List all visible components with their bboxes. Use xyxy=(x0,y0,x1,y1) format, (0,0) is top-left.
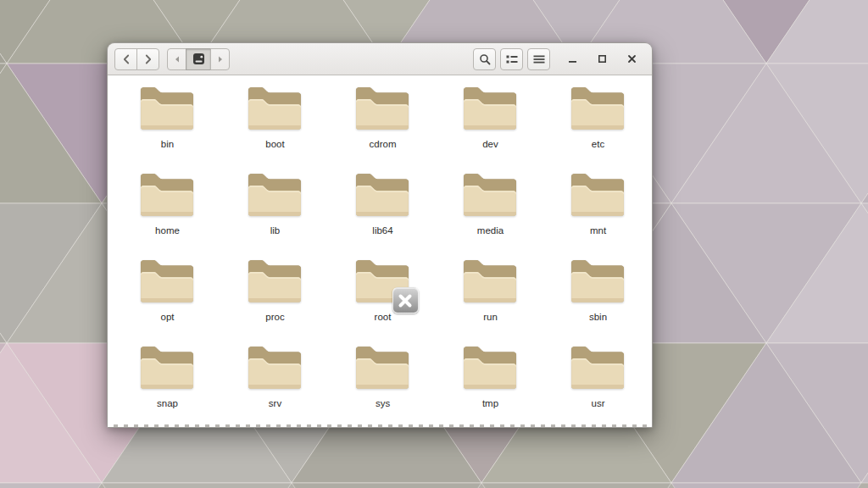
close-button[interactable] xyxy=(626,54,637,64)
folder-item[interactable]: home xyxy=(114,170,221,257)
folder-icon-wrap xyxy=(462,258,520,309)
folder-item[interactable]: proc xyxy=(221,257,329,343)
folder-icon-wrap xyxy=(247,345,304,396)
path-root-drive-button[interactable] xyxy=(186,48,211,70)
folder-item[interactable]: run xyxy=(437,257,544,343)
folder-icon xyxy=(462,345,518,392)
folder-icon-wrap xyxy=(570,258,627,309)
folder-item[interactable]: media xyxy=(437,170,544,257)
folder-icon xyxy=(354,172,410,219)
maximize-button[interactable] xyxy=(597,54,607,64)
folder-icon-wrap xyxy=(570,345,627,396)
menu-button[interactable] xyxy=(527,48,550,70)
folder-label: mnt xyxy=(590,225,606,236)
file-manager-window: bin boot xyxy=(107,42,653,428)
folder-icon xyxy=(570,172,626,219)
folder-icon xyxy=(139,345,195,392)
folder-icon xyxy=(462,86,518,133)
folder-label: home xyxy=(155,225,180,236)
folder-item[interactable]: snap xyxy=(114,343,221,427)
nav-button-group xyxy=(114,48,159,70)
folder-item[interactable]: srv xyxy=(221,343,329,427)
forward-button[interactable] xyxy=(136,48,159,70)
folder-item[interactable]: cdrom xyxy=(329,84,437,170)
folder-item[interactable]: usr xyxy=(544,343,652,427)
folder-icon-wrap xyxy=(462,86,520,136)
folder-icon xyxy=(139,172,195,219)
forward-chevron-icon xyxy=(144,54,153,64)
folder-item[interactable]: mnt xyxy=(544,170,652,257)
folder-label: opt xyxy=(161,312,175,323)
folder-icon-wrap xyxy=(462,172,520,223)
folder-icon xyxy=(354,86,410,133)
folder-item[interactable]: sbin xyxy=(544,257,652,343)
folder-label: srv xyxy=(269,398,281,409)
folder-item[interactable]: bin xyxy=(114,84,221,170)
search-icon xyxy=(479,53,491,65)
folder-label: run xyxy=(483,312,498,323)
back-button[interactable] xyxy=(114,48,137,70)
folder-icon-wrap xyxy=(354,345,412,396)
folder-icon-wrap xyxy=(247,258,304,309)
folder-icon xyxy=(570,258,626,306)
folder-item[interactable]: tmp xyxy=(437,343,544,427)
folder-icon-wrap xyxy=(354,258,412,309)
close-icon xyxy=(627,54,637,64)
folder-label: bin xyxy=(161,139,174,150)
folder-icon xyxy=(139,86,195,133)
folder-item[interactable]: opt xyxy=(114,257,221,343)
folder-label: etc xyxy=(592,139,604,150)
folder-icon-wrap xyxy=(139,86,197,136)
file-grid: bin boot xyxy=(108,75,652,427)
folder-label: sbin xyxy=(589,312,607,323)
folder-icon-wrap xyxy=(139,258,197,309)
folder-item[interactable]: etc xyxy=(544,84,652,170)
view-options-button[interactable] xyxy=(500,48,523,70)
folder-icon xyxy=(462,258,518,306)
folder-icon xyxy=(247,172,303,219)
folder-label: usr xyxy=(592,398,605,409)
folder-label: sys xyxy=(376,398,390,409)
folder-icon-wrap xyxy=(570,172,627,223)
folder-label: lib64 xyxy=(372,225,392,236)
folder-item[interactable]: root xyxy=(329,257,437,343)
path-next-button[interactable] xyxy=(210,48,230,70)
back-chevron-icon xyxy=(122,54,131,64)
minimize-button[interactable] xyxy=(567,54,577,64)
path-previous-button[interactable] xyxy=(167,48,186,70)
folder-label: snap xyxy=(157,398,178,409)
file-view[interactable]: bin boot xyxy=(108,75,652,427)
search-button[interactable] xyxy=(473,48,496,70)
path-previous-arrow-icon xyxy=(175,56,180,63)
folder-icon xyxy=(354,345,410,392)
drive-harddisk-icon xyxy=(192,53,205,65)
folder-icon-wrap xyxy=(139,345,197,396)
folder-icon-wrap xyxy=(570,86,627,136)
folder-item[interactable]: lib xyxy=(221,170,329,257)
folder-icon xyxy=(247,345,303,392)
folder-label: root xyxy=(375,312,392,323)
window-controls xyxy=(550,54,645,64)
folder-item[interactable]: boot xyxy=(221,84,329,170)
folder-item[interactable]: lib64 xyxy=(329,170,437,257)
path-next-arrow-icon xyxy=(218,56,223,63)
folder-icon-wrap xyxy=(247,172,304,223)
list-view-icon xyxy=(506,54,518,64)
folder-icon xyxy=(139,258,195,306)
folder-label: cdrom xyxy=(370,139,397,150)
path-bar xyxy=(167,48,230,70)
headerbar xyxy=(108,43,652,75)
folder-label: boot xyxy=(265,139,284,150)
folder-icon-wrap xyxy=(354,172,412,223)
folder-icon xyxy=(247,86,303,133)
folder-item[interactable]: dev xyxy=(437,84,544,170)
headerbar-right-buttons xyxy=(473,48,550,70)
folder-icon xyxy=(570,86,626,133)
folder-label: proc xyxy=(265,312,284,323)
folder-icon xyxy=(247,258,303,306)
emblem-no-access-icon xyxy=(392,287,419,313)
folder-label: dev xyxy=(482,139,498,150)
folder-item[interactable]: sys xyxy=(329,343,437,427)
folder-label: lib xyxy=(270,225,281,236)
folder-icon-wrap xyxy=(354,86,412,136)
